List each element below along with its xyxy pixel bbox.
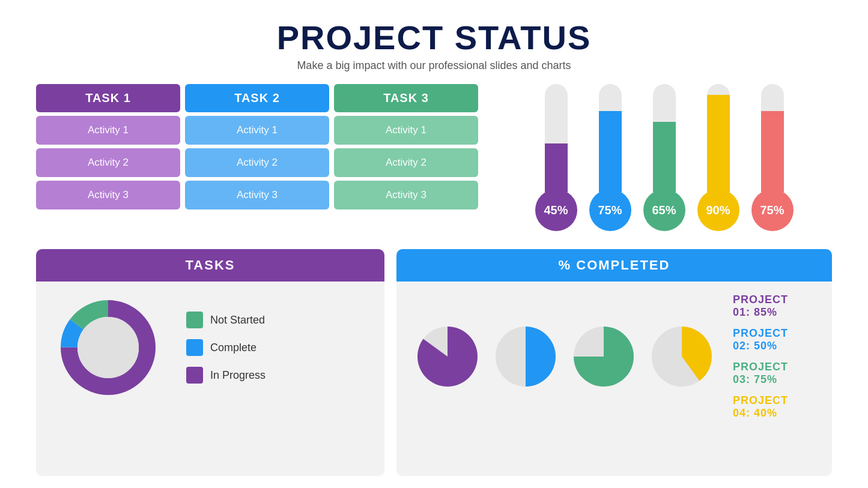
thermo-bulb-thermo1: 45% (535, 189, 577, 231)
task3-header: TASK 3 (334, 84, 478, 112)
legend-label-not-started: Not Started (210, 314, 265, 327)
task1-header: TASK 1 (36, 84, 180, 112)
thermo-tube-thermo1 (545, 84, 568, 192)
pie-chart-p3 (571, 324, 637, 390)
tasks-panel-body: Not Started Complete In Progress (36, 282, 384, 414)
donut-legend: Not Started Complete In Progress (186, 312, 266, 384)
thermometer-thermo3: 65% (643, 84, 685, 231)
task1-activity3: Activity 3 (36, 181, 180, 209)
bottom-section: TASKS Not Started (36, 249, 832, 476)
donut-svg (54, 294, 162, 402)
page-title: PROJECT STATUS (277, 18, 592, 57)
completed-panel-header: % COMPLETED (396, 249, 832, 282)
task2-activity3: Activity 3 (185, 181, 329, 209)
legend-label-complete: Complete (210, 342, 256, 354)
tasks-panel-header: TASKS (36, 249, 384, 282)
legend-color-not-started (186, 312, 203, 328)
completed-panel: % COMPLETED (396, 249, 832, 476)
task-col-3: TASK 3 Activity 1 Activity 2 Activity 3 (334, 84, 478, 237)
pie-svg-p3 (571, 324, 637, 390)
thermometer-thermo1: 45% (535, 84, 577, 231)
pie-svg-p1 (414, 324, 481, 390)
thermo-bulb-thermo3: 65% (643, 189, 685, 231)
tasks-grid: TASK 1 Activity 1 Activity 2 Activity 3 … (36, 84, 478, 237)
legend-color-complete (186, 339, 203, 356)
page-subtitle: Make a big impact with our professional … (277, 59, 592, 72)
thermo-bulb-thermo4: 90% (697, 189, 739, 231)
project-label-1: PROJECT 01: 85% (733, 294, 802, 319)
project-labels: PROJECT 01: 85% PROJECT 02: 50% PROJECT … (733, 294, 814, 420)
thermo-bulb-thermo5: 75% (751, 189, 794, 231)
pie-svg-p4 (649, 324, 715, 390)
thermo-fill-thermo2 (599, 111, 622, 192)
thermometer-thermo4: 90% (697, 84, 739, 231)
header: PROJECT STATUS Make a big impact with ou… (277, 18, 592, 72)
thermo-tube-thermo5 (761, 84, 784, 192)
donut-chart (54, 294, 162, 402)
thermo-fill-thermo1 (545, 143, 568, 192)
legend-label-in-progress: In Progress (210, 369, 266, 382)
project-label-3: PROJECT 03: 75% (733, 361, 802, 386)
thermo-bulb-thermo2: 75% (589, 189, 631, 231)
task2-activity1: Activity 1 (185, 116, 329, 145)
task1-activity2: Activity 2 (36, 148, 180, 177)
pie-chart-p4 (649, 324, 715, 390)
project-label-2: PROJECT 02: 50% (733, 327, 802, 352)
thermo-tube-thermo2 (599, 84, 622, 192)
task2-activity2: Activity 2 (185, 148, 329, 177)
task2-header: TASK 2 (185, 84, 329, 112)
pie-chart-p2 (493, 324, 559, 390)
task3-activity3: Activity 3 (334, 181, 478, 209)
legend-in-progress: In Progress (186, 367, 266, 384)
thermo-fill-thermo4 (707, 95, 730, 192)
legend-color-in-progress (186, 367, 203, 384)
task-col-1: TASK 1 Activity 1 Activity 2 Activity 3 (36, 84, 180, 237)
page: PROJECT STATUS Make a big impact with ou… (0, 0, 868, 488)
task3-activity2: Activity 2 (334, 148, 478, 177)
thermo-tube-thermo3 (653, 84, 676, 192)
svg-point-3 (77, 317, 139, 378)
pie-svg-p2 (493, 324, 559, 390)
tasks-panel: TASKS Not Started (36, 249, 384, 476)
pie-charts (414, 324, 715, 390)
legend-complete: Complete (186, 339, 266, 356)
thermo-fill-thermo3 (653, 122, 676, 192)
thermometer-thermo5: 75% (751, 84, 794, 231)
task-col-2: TASK 2 Activity 1 Activity 2 Activity 3 (185, 84, 329, 237)
legend-not-started: Not Started (186, 312, 266, 328)
thermo-tube-thermo4 (707, 84, 730, 192)
top-section: TASK 1 Activity 1 Activity 2 Activity 3 … (36, 84, 832, 237)
thermometer-thermo2: 75% (589, 84, 631, 231)
project-label-4: PROJECT 04: 40% (733, 394, 802, 420)
thermo-fill-thermo5 (761, 111, 784, 192)
thermometer-section: 45% 75% 65% 90% 75% (496, 84, 832, 237)
task3-activity1: Activity 1 (334, 116, 478, 145)
task1-activity1: Activity 1 (36, 116, 180, 145)
pie-chart-p1 (414, 324, 481, 390)
completed-panel-body: PROJECT 01: 85% PROJECT 02: 50% PROJECT … (396, 282, 832, 432)
